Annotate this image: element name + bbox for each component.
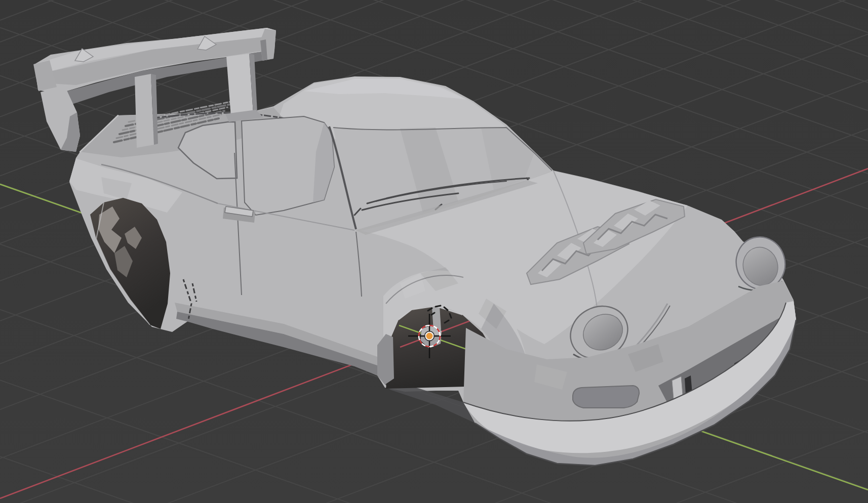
3d-viewport[interactable] xyxy=(0,0,868,503)
wing-pylon-left xyxy=(135,74,154,148)
turn-signal-pocket xyxy=(573,386,639,408)
cursor-center-dot xyxy=(426,332,433,340)
viewport-canvas[interactable] xyxy=(0,0,868,503)
wing-pylon-right xyxy=(226,54,253,116)
